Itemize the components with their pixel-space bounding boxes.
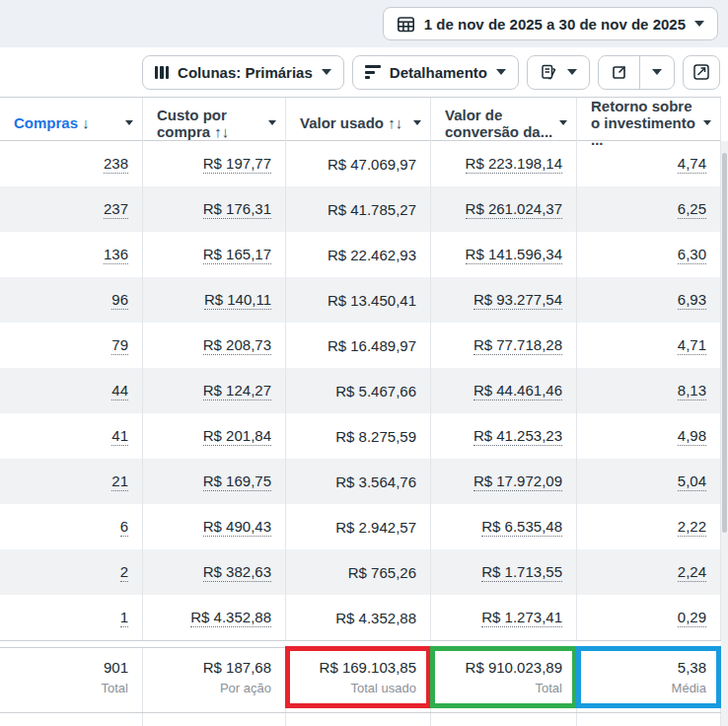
table-row[interactable]: 1R$ 4.352,88R$ 4.352,88R$ 1.273,410,29 <box>0 595 721 640</box>
totals-valor-conversao: R$ 910.023,89 Total <box>431 648 577 712</box>
metric-value-link[interactable]: R$ 223.198,14 <box>466 155 562 174</box>
metric-value-link[interactable]: 2,22 <box>678 518 706 537</box>
chevron-down-icon[interactable] <box>413 120 421 125</box>
table-cell: 4,74 <box>577 141 721 186</box>
table-cell: R$ 223.198,14 <box>431 141 577 186</box>
metric-value-link[interactable]: R$ 208,73 <box>203 336 271 355</box>
vertical-scrollbar[interactable] <box>721 141 728 726</box>
sort-descending-icon[interactable]: ↓ <box>82 114 90 131</box>
metric-value-link[interactable]: 96 <box>111 291 128 310</box>
table-cell: 96 <box>0 277 143 323</box>
table-cell: R$ 3.564,76 <box>286 459 431 504</box>
table-header: Compras ↓ Custo por compra ↑↓ Valor usad… <box>0 97 721 141</box>
metric-value-link[interactable]: 136 <box>104 246 128 264</box>
metric-value-link[interactable]: 1 <box>120 609 128 627</box>
sort-toggle-icon[interactable]: ↑↓ <box>214 123 229 140</box>
totals-label: Total usado <box>351 681 417 695</box>
metric-value-link[interactable]: R$ 141.596,34 <box>466 246 562 264</box>
metric-value-link[interactable]: R$ 169,75 <box>203 472 271 491</box>
view-charts-button[interactable] <box>683 55 720 90</box>
metric-value-link[interactable]: 21 <box>111 472 128 491</box>
table-cell: 136 <box>0 232 143 277</box>
metric-value-link[interactable]: 6 <box>120 518 128 537</box>
metric-value-link[interactable]: 4,74 <box>678 155 706 174</box>
metric-value-link[interactable]: 41 <box>111 427 128 446</box>
table-row[interactable]: 44R$ 124,27R$ 5.467,66R$ 44.461,468,13 <box>0 368 721 413</box>
metric-value: R$ 41.785,27 <box>328 201 416 218</box>
table-cell: R$ 16.489,97 <box>286 323 431 368</box>
metric-value-link[interactable]: R$ 44.461,46 <box>473 382 562 400</box>
metric-value-link[interactable]: 6,25 <box>678 200 706 219</box>
annotation-box-red <box>285 646 431 708</box>
metric-value-link[interactable]: 4,98 <box>678 427 706 446</box>
totals-roas: 5,38 Média <box>577 648 721 712</box>
metric-value-link[interactable]: R$ 490,43 <box>203 518 271 537</box>
metric-value-link[interactable]: R$ 1.713,55 <box>481 563 562 582</box>
table-body: 238R$ 197,77R$ 47.069,97R$ 223.198,144,7… <box>0 141 728 640</box>
scrollbar-thumb[interactable] <box>722 153 727 533</box>
chevron-down-icon[interactable] <box>125 120 133 125</box>
table-row[interactable]: 238R$ 197,77R$ 47.069,97R$ 223.198,144,7… <box>0 141 721 186</box>
trend-chart-icon <box>692 63 710 81</box>
table-cell: R$ 47.069,97 <box>286 141 431 186</box>
metric-value-link[interactable]: R$ 382,63 <box>203 563 271 582</box>
metric-value-link[interactable]: R$ 124,27 <box>203 382 271 400</box>
totals-separator <box>0 640 728 648</box>
table-row[interactable]: 79R$ 208,73R$ 16.489,97R$ 77.718,284,71 <box>0 323 721 368</box>
table-row[interactable]: 6R$ 490,43R$ 2.942,57R$ 6.535,482,22 <box>0 504 721 549</box>
totals-value: R$ 910.023,89 <box>466 659 562 676</box>
table-cell: R$ 2.942,57 <box>286 504 431 549</box>
reports-dropdown-button[interactable] <box>527 55 590 90</box>
chevron-down-icon[interactable] <box>268 120 276 125</box>
table-row[interactable]: 136R$ 165,17R$ 22.462,93R$ 141.596,346,3… <box>0 232 721 277</box>
table-row[interactable]: 237R$ 176,31R$ 41.785,27R$ 261.024,376,2… <box>0 186 721 232</box>
metric-value-link[interactable]: R$ 6.535,48 <box>481 518 562 537</box>
metric-value: R$ 4.352,88 <box>335 610 416 626</box>
metric-value-link[interactable]: R$ 17.972,09 <box>473 472 562 491</box>
metric-value-link[interactable]: 2,24 <box>678 563 706 582</box>
table-row[interactable]: 41R$ 201,84R$ 8.275,59R$ 41.253,234,98 <box>0 413 721 459</box>
table-cell: R$ 1.713,55 <box>431 549 577 595</box>
breakdown-dropdown-button[interactable]: Detalhamento <box>352 55 519 90</box>
metric-value-link[interactable]: R$ 41.253,23 <box>473 427 562 446</box>
metric-value-link[interactable]: R$ 165,17 <box>203 246 271 264</box>
table-cell: R$ 141.596,34 <box>431 232 577 277</box>
table-row[interactable]: 96R$ 140,11R$ 13.450,41R$ 93.277,546,93 <box>0 277 721 323</box>
table-cell: R$ 197,77 <box>143 141 286 186</box>
date-range-button[interactable]: 1 de nov de 2025 a 30 de nov de 2025 <box>383 7 718 40</box>
table-cell: 41 <box>0 413 143 459</box>
metric-value-link[interactable]: 44 <box>111 382 128 400</box>
metric-value-link[interactable]: R$ 176,31 <box>203 200 271 219</box>
metric-value-link[interactable]: R$ 93.277,54 <box>473 291 562 310</box>
metric-value-link[interactable]: R$ 261.024,37 <box>466 200 562 219</box>
metric-value-link[interactable]: 2 <box>120 563 128 582</box>
totals-label: Total <box>536 681 562 695</box>
table-row[interactable]: 21R$ 169,75R$ 3.564,76R$ 17.972,095,04 <box>0 459 721 504</box>
chevron-down-icon[interactable] <box>559 120 567 125</box>
metric-value-link[interactable]: 6,93 <box>678 291 706 310</box>
table-cell: R$ 44.461,46 <box>431 368 577 413</box>
metric-value-link[interactable]: R$ 77.718,28 <box>473 336 562 355</box>
table-cell: 4,98 <box>577 413 721 459</box>
metric-value-link[interactable]: 79 <box>111 336 128 355</box>
metric-value-link[interactable]: 6,30 <box>678 246 706 264</box>
metric-value-link[interactable]: 237 <box>104 200 128 219</box>
metric-value-link[interactable]: R$ 4.352,88 <box>190 609 271 627</box>
table-cell: R$ 490,43 <box>143 504 286 549</box>
metric-value-link[interactable]: 5,04 <box>678 472 706 491</box>
metric-value-link[interactable]: 8,13 <box>678 382 706 400</box>
table-cell: 6,93 <box>577 277 721 323</box>
export-options-button[interactable] <box>639 56 674 89</box>
sort-toggle-icon[interactable]: ↑↓ <box>388 114 402 131</box>
metric-value-link[interactable]: R$ 201,84 <box>203 427 271 446</box>
metric-value-link[interactable]: R$ 140,11 <box>204 291 271 310</box>
table-row[interactable]: 2R$ 382,63R$ 765,26R$ 1.713,552,24 <box>0 549 721 595</box>
export-button[interactable] <box>599 56 639 89</box>
metric-value-link[interactable]: 4,71 <box>678 336 706 355</box>
metric-value-link[interactable]: R$ 1.273,41 <box>481 609 562 627</box>
metric-value-link[interactable]: R$ 197,77 <box>203 155 271 174</box>
columns-dropdown-button[interactable]: Colunas: Primárias <box>142 55 344 90</box>
chevron-down-icon[interactable] <box>703 120 711 125</box>
metric-value-link[interactable]: 238 <box>104 155 128 174</box>
metric-value-link[interactable]: 0,29 <box>678 609 706 627</box>
